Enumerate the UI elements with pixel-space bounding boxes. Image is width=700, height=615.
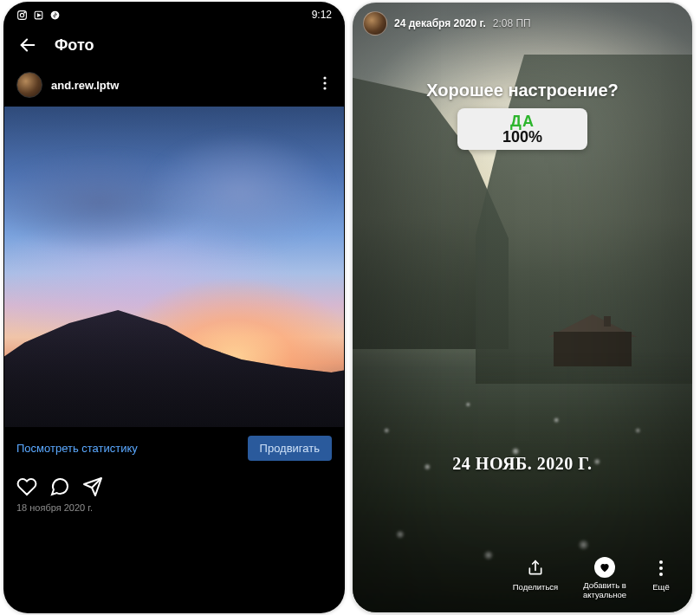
post-image[interactable] bbox=[4, 107, 344, 427]
view-insights-link[interactable]: Посмотреть статистику bbox=[16, 442, 138, 455]
svg-point-13 bbox=[659, 573, 663, 576]
add-to-highlight-button[interactable]: Добавить в актуальное bbox=[573, 557, 637, 600]
share-label: Поделиться bbox=[513, 583, 558, 592]
page-title: Фото bbox=[55, 36, 94, 55]
svg-point-8 bbox=[323, 81, 326, 84]
more-label: Ещё bbox=[652, 583, 669, 592]
more-options-icon[interactable] bbox=[318, 73, 332, 97]
more-vertical-icon bbox=[650, 557, 672, 579]
avatar[interactable] bbox=[16, 72, 42, 98]
story-footer: Поделиться Добавить в актуальное Ещё bbox=[353, 557, 692, 600]
username[interactable]: and.rew.lptw bbox=[51, 79, 119, 92]
heart-filled-icon bbox=[594, 557, 615, 578]
poll-question: Хорошее настроение? bbox=[353, 81, 692, 100]
svg-point-12 bbox=[659, 566, 663, 570]
svg-point-9 bbox=[323, 87, 326, 89]
post-header: and.rew.lptw bbox=[4, 67, 344, 107]
post-actions bbox=[4, 469, 344, 499]
story-date-label: 24 декабря 2020 г. bbox=[394, 17, 486, 29]
screen-header: Фото bbox=[4, 27, 344, 67]
highlight-label: Добавить в актуальное bbox=[573, 581, 637, 600]
story-header: 24 декабря 2020 г. 2:08 ПП bbox=[363, 11, 682, 36]
promote-button[interactable]: Продвигать bbox=[248, 436, 332, 461]
comment-icon[interactable] bbox=[49, 476, 70, 497]
share-outline-icon bbox=[524, 557, 547, 579]
share-button[interactable]: Поделиться bbox=[503, 557, 567, 600]
like-icon[interactable] bbox=[16, 476, 37, 497]
instagram-app-icon bbox=[16, 10, 28, 21]
svg-point-7 bbox=[323, 76, 326, 79]
story-caption: 24 НОЯБ. 2020 Г. bbox=[353, 454, 692, 474]
post-detail-screen: 9:12 Фото and.rew.lptw Посмотреть статис… bbox=[3, 2, 345, 613]
svg-point-11 bbox=[659, 560, 663, 564]
svg-point-2 bbox=[24, 11, 25, 12]
shazam-app-icon bbox=[49, 10, 61, 21]
insights-row: Посмотреть статистику Продвигать bbox=[4, 427, 344, 469]
post-date: 18 ноября 2020 г. bbox=[4, 499, 344, 516]
poll-sticker[interactable]: ДА 100% bbox=[457, 108, 587, 150]
story-viewer-screen: 24 декабря 2020 г. 2:08 ПП Хорошее настр… bbox=[352, 2, 693, 613]
poll-percentage: 100% bbox=[461, 129, 584, 146]
poll-option-yes: ДА bbox=[461, 113, 584, 129]
clock: 9:12 bbox=[312, 9, 332, 21]
status-bar: 9:12 bbox=[4, 3, 344, 27]
svg-point-1 bbox=[20, 13, 23, 16]
back-arrow-icon[interactable] bbox=[18, 36, 37, 55]
story-time-label: 2:08 ПП bbox=[493, 17, 531, 29]
media-app-icon bbox=[33, 10, 44, 21]
svg-point-5 bbox=[51, 10, 60, 19]
avatar[interactable] bbox=[363, 11, 387, 36]
more-button[interactable]: Ещё bbox=[642, 557, 680, 600]
share-icon[interactable] bbox=[82, 476, 103, 497]
svg-marker-4 bbox=[37, 13, 40, 16]
